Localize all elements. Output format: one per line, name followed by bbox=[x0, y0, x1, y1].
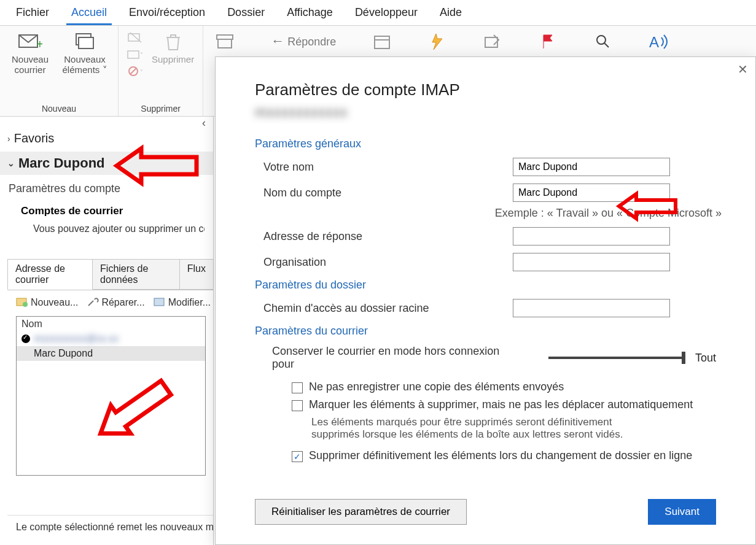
dialog-account-email: mxxxxxxxxxxx bbox=[255, 104, 716, 120]
favoris-label: Favoris bbox=[14, 131, 55, 145]
nav-pane: ‹ › Favoris ⌄ Marc Dupond Paramètres du … bbox=[0, 117, 214, 545]
list-header-nom[interactable]: Nom bbox=[17, 317, 205, 331]
move-icon[interactable] bbox=[483, 33, 502, 50]
reply-address-input[interactable] bbox=[513, 227, 670, 245]
root-path-input[interactable] bbox=[513, 299, 670, 317]
chevron-down-icon: ⌄ bbox=[7, 158, 15, 168]
reset-mail-button[interactable]: Réinitialiser les paramètres de courrier bbox=[255, 499, 467, 525]
new-items-icon bbox=[72, 31, 97, 53]
tab-affichage[interactable]: Affichage bbox=[276, 2, 344, 25]
new-mail-icon: + bbox=[18, 31, 42, 53]
svg-point-14 bbox=[597, 36, 606, 44]
dialog-title: Paramètres de compte IMAP bbox=[255, 80, 716, 99]
tab-aide[interactable]: Aide bbox=[429, 2, 473, 25]
svg-rect-10 bbox=[218, 39, 232, 48]
svg-rect-3 bbox=[79, 37, 93, 48]
organisation-input[interactable] bbox=[513, 253, 670, 271]
cb-mark-delete[interactable] bbox=[292, 400, 303, 411]
account-toolbar: Nouveau... Réparer... Modifier... bbox=[7, 290, 213, 315]
subtab-flux[interactable]: Flux bbox=[179, 259, 214, 290]
tab-dossier[interactable]: Dossier bbox=[216, 2, 276, 25]
nouveau-courrier-button[interactable]: + Nouveau courrier bbox=[9, 31, 52, 75]
read-aloud-icon[interactable]: A bbox=[649, 33, 668, 50]
offline-label: Conserver le courrier en mode hors conne… bbox=[272, 345, 524, 371]
chevron-down-icon: ˅ bbox=[103, 64, 107, 75]
account-name-input[interactable] bbox=[513, 184, 670, 202]
toolbar-nouveau[interactable]: Nouveau... bbox=[16, 296, 78, 309]
next-button[interactable]: Suivant bbox=[648, 499, 716, 525]
organisation-label: Organisation bbox=[255, 256, 513, 269]
section-mail: Paramètres du courrier bbox=[255, 325, 716, 338]
subtab-fichiers[interactable]: Fichiers de données bbox=[92, 259, 180, 290]
ribbon-group-supprimer: ˅ ˅ Supprimer Supprimer bbox=[119, 26, 203, 116]
svg-rect-4 bbox=[128, 34, 139, 41]
flag-icon[interactable] bbox=[539, 33, 557, 50]
ribbon-tabs: Fichier Accueil Envoi/réception Dossier … bbox=[0, 0, 756, 26]
account-name-hint: Exemple : « Travail » ou « Compte Micros… bbox=[255, 207, 722, 220]
archive-icon[interactable] bbox=[216, 33, 234, 50]
settings-desc: Vous pouvez ajouter ou supprimer un co bbox=[33, 223, 205, 234]
supprimer-label: Supprimer bbox=[152, 54, 194, 64]
quick-steps-icon[interactable] bbox=[428, 33, 446, 50]
settings-title: Paramètres du compte bbox=[9, 182, 205, 195]
toolbar-reparer[interactable]: Réparer... bbox=[87, 296, 144, 309]
junk-icon[interactable]: ˅ bbox=[127, 65, 143, 79]
tab-developpeur[interactable]: Développeur bbox=[344, 2, 429, 25]
tab-accueil[interactable]: Accueil bbox=[60, 2, 118, 25]
edit-icon bbox=[154, 296, 166, 309]
svg-point-18 bbox=[23, 302, 28, 307]
close-icon[interactable]: ✕ bbox=[738, 62, 748, 77]
tab-envoi[interactable]: Envoi/réception bbox=[118, 2, 216, 25]
supprimer-button[interactable]: Supprimer bbox=[152, 31, 194, 64]
list-row-1[interactable]: mxxxxxxxxx@xx.xx bbox=[17, 331, 205, 346]
account-list: Nom mxxxxxxxxx@xx.xx Marc Dupond bbox=[16, 316, 206, 476]
svg-line-8 bbox=[130, 68, 136, 74]
cb-purge-on-switch[interactable]: ✓ bbox=[292, 451, 303, 462]
your-name-input[interactable] bbox=[513, 158, 670, 176]
svg-rect-19 bbox=[154, 298, 164, 306]
nouveau-courrier-label: Nouveau courrier bbox=[9, 54, 52, 75]
subtab-adresse[interactable]: Adresse de courrier bbox=[7, 259, 93, 290]
tab-fichier[interactable]: Fichier bbox=[5, 2, 60, 25]
bottom-note: Le compte sélectionné remet les nouveaux… bbox=[7, 515, 213, 539]
root-path-label: Chemin d'accès au dossier racine bbox=[255, 302, 513, 315]
account-subtabs: Adresse de courrier Fichiers de données … bbox=[7, 259, 213, 290]
settings-subtitle: Comptes de courrier bbox=[21, 205, 205, 217]
repair-icon bbox=[87, 296, 99, 309]
toolbar-modifier[interactable]: Modifier... bbox=[154, 296, 211, 309]
imap-settings-dialog: ✕ Paramètres de compte IMAP mxxxxxxxxxxx… bbox=[215, 56, 756, 545]
calendar-icon[interactable] bbox=[373, 33, 391, 50]
trash-icon bbox=[161, 31, 185, 53]
svg-rect-11 bbox=[375, 36, 389, 48]
search-icon[interactable] bbox=[594, 33, 612, 50]
cb-no-save-sent[interactable] bbox=[292, 382, 303, 393]
nouveaux-elements-label: Nouveaux éléments ˅ bbox=[60, 54, 109, 75]
account-name-label: Nom du compte bbox=[255, 187, 513, 199]
account-settings-panel: Paramètres du compte Comptes de courrier… bbox=[0, 175, 213, 234]
ignore-icon[interactable] bbox=[127, 31, 143, 44]
favoris-header[interactable]: › Favoris bbox=[0, 129, 213, 148]
section-general: Paramètres généraux bbox=[255, 137, 716, 150]
ribbon-group-nouveau: + Nouveau courrier Nouveaux éléments ˅ N… bbox=[0, 26, 119, 116]
list-row-1-label: mxxxxxxxxx@xx.xx bbox=[34, 333, 119, 344]
svg-text:A: A bbox=[649, 34, 659, 50]
svg-rect-6 bbox=[128, 51, 139, 58]
repondre-button[interactable]: ← Répondre bbox=[271, 33, 336, 49]
mini-buttons: ˅ ˅ bbox=[127, 31, 143, 79]
nouveaux-elements-button[interactable]: Nouveaux éléments ˅ bbox=[60, 31, 109, 75]
offline-slider[interactable] bbox=[548, 357, 683, 359]
group-label-nouveau: Nouveau bbox=[9, 101, 109, 114]
cleanup-icon[interactable]: ˅ bbox=[127, 48, 143, 61]
svg-rect-9 bbox=[217, 35, 233, 39]
collapse-handle[interactable]: ‹ bbox=[0, 117, 213, 129]
account-name: Marc Dupond bbox=[18, 155, 105, 171]
your-name-label: Votre nom bbox=[255, 161, 513, 174]
cb-mark-delete-label: Marquer les éléments à supprimer, mais n… bbox=[309, 398, 693, 411]
list-row-2-label: Marc Dupond bbox=[34, 348, 93, 359]
chevron-right-icon: › bbox=[7, 134, 10, 144]
svg-text:+: + bbox=[36, 37, 42, 51]
cb-purge-on-switch-label: Supprimer définitivement les éléments lo… bbox=[309, 449, 692, 462]
account-header[interactable]: ⌄ Marc Dupond bbox=[0, 152, 213, 175]
list-row-2[interactable]: Marc Dupond bbox=[17, 346, 205, 361]
cb-mark-delete-note: Les éléments marqués pour être supprimés… bbox=[255, 416, 660, 441]
